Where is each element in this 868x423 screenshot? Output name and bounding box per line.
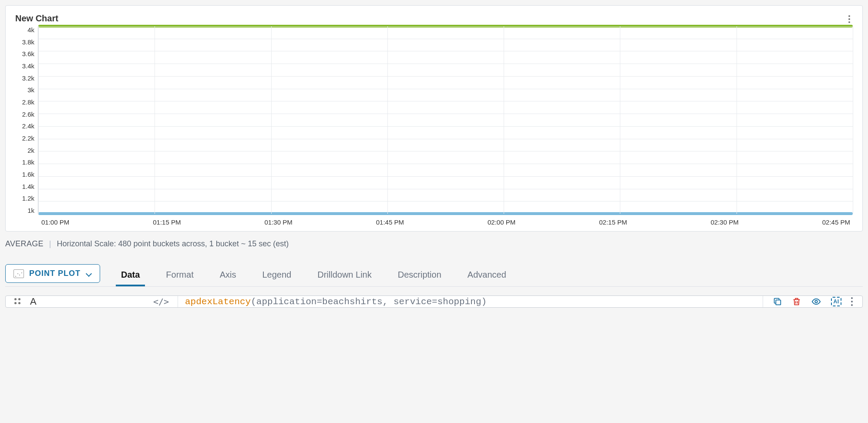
chart-menu-kebab-icon[interactable] — [848, 15, 850, 23]
query-args: (application=beachshirts, service=shoppi… — [251, 297, 487, 307]
y-tick-label: 1.6k — [15, 171, 34, 178]
summarization-label[interactable]: AVERAGE — [5, 239, 44, 248]
drag-handle[interactable] — [6, 296, 30, 307]
vgrid-line — [271, 26, 272, 214]
y-tick-label: 1.4k — [15, 183, 34, 190]
plot-type-label: POINT PLOT — [29, 269, 81, 278]
drag-handle-icon — [14, 298, 21, 305]
y-tick-label: 1k — [15, 207, 34, 214]
svg-rect-0 — [776, 300, 781, 305]
x-tick-label: 01:30 PM — [265, 218, 293, 226]
hgrid-line — [38, 214, 853, 214]
hgrid-line — [38, 76, 853, 77]
ai-assist-button[interactable]: AI — [831, 297, 841, 306]
tab-drilldown-link[interactable]: Drilldown Link — [304, 265, 385, 286]
y-tick-label: 3.2k — [15, 74, 34, 82]
y-axis: 4k3.8k3.6k3.4k3.2k3k2.8k2.6k2.4k2.2k2k1.… — [15, 26, 38, 214]
y-tick-label: 2.4k — [15, 122, 34, 130]
query-series-label[interactable]: A — [30, 296, 37, 307]
x-axis: 01:00 PM01:15 PM01:30 PM01:45 PM02:00 PM… — [15, 218, 853, 226]
tabs: DataFormatAxisLegendDrilldown LinkDescri… — [108, 265, 863, 286]
hgrid-line — [38, 101, 853, 101]
x-tick-label: 01:45 PM — [376, 218, 404, 226]
tab-format[interactable]: Format — [153, 265, 206, 286]
tab-description[interactable]: Description — [385, 265, 454, 286]
hgrid-line — [38, 151, 853, 151]
hgrid-line — [38, 114, 853, 114]
hgrid-line — [38, 189, 853, 189]
chart-card: New Chart 4k3.8k3.6k3.4k3.2k3k2.8k2.6k2.… — [5, 5, 863, 232]
y-tick-label: 2.8k — [15, 98, 34, 106]
code-toggle-icon[interactable]: </> — [153, 296, 169, 307]
hgrid-line — [38, 126, 853, 127]
y-tick-label: 3.8k — [15, 38, 34, 46]
query-menu-kebab-icon[interactable] — [851, 297, 853, 306]
controls-row: POINT PLOT DataFormatAxisLegendDrilldown… — [5, 264, 863, 287]
y-tick-label: 3.6k — [15, 50, 34, 57]
ai-badge-label: AI — [831, 297, 841, 306]
point-plot-icon — [13, 269, 24, 278]
y-tick-label: 2k — [15, 147, 34, 154]
tab-advanced[interactable]: Advanced — [454, 265, 519, 286]
x-tick-label: 01:00 PM — [41, 218, 69, 226]
x-tick-label: 02:45 PM — [822, 218, 850, 226]
x-tick-label: 02:30 PM — [711, 218, 739, 226]
hgrid-line — [38, 26, 853, 27]
hgrid-line — [38, 164, 853, 164]
vgrid-line — [155, 26, 155, 214]
clone-query-icon[interactable] — [773, 297, 782, 306]
query-function-name: apdexLatency — [185, 297, 251, 307]
query-editor[interactable]: apdexLatency(application=beachshirts, se… — [178, 296, 763, 307]
plot-area: 4k3.8k3.6k3.4k3.2k3k2.8k2.6k2.4k2.2k2k1.… — [15, 26, 853, 214]
svg-point-1 — [815, 300, 818, 303]
delete-query-icon[interactable] — [792, 297, 801, 306]
hgrid-line — [38, 201, 853, 201]
hgrid-line — [38, 39, 853, 39]
x-tick-label: 02:00 PM — [488, 218, 515, 226]
toggle-visibility-icon[interactable] — [811, 297, 821, 306]
vgrid-line — [853, 26, 853, 214]
vgrid-line — [38, 26, 39, 214]
vgrid-line — [620, 26, 620, 214]
y-tick-label: 1.8k — [15, 158, 34, 166]
chevron-down-icon — [86, 271, 92, 277]
plot-canvas[interactable] — [38, 26, 853, 214]
status-divider: | — [49, 239, 51, 248]
tab-legend[interactable]: Legend — [249, 265, 305, 286]
hgrid-line — [38, 89, 853, 89]
status-bar: AVERAGE | Horizontal Scale: 480 point bu… — [5, 239, 863, 248]
y-tick-label: 2.6k — [15, 111, 34, 118]
tab-axis[interactable]: Axis — [207, 265, 249, 286]
chart-title: New Chart — [15, 13, 853, 24]
hgrid-line — [38, 51, 853, 51]
hgrid-line — [38, 139, 853, 139]
hgrid-line — [38, 176, 853, 177]
y-tick-label: 2.2k — [15, 134, 34, 142]
horizontal-scale-text: Horizontal Scale: 480 point buckets acro… — [57, 239, 289, 248]
y-tick-label: 1.2k — [15, 195, 34, 202]
plot-type-dropdown[interactable]: POINT PLOT — [5, 264, 100, 283]
vgrid-line — [504, 26, 504, 214]
y-tick-label: 3k — [15, 86, 34, 94]
tab-data[interactable]: Data — [108, 265, 153, 286]
vgrid-line — [737, 26, 737, 214]
vgrid-line — [387, 26, 388, 214]
query-actions: AI — [763, 296, 862, 307]
x-tick-label: 02:15 PM — [599, 218, 627, 226]
y-tick-label: 4k — [15, 26, 34, 34]
x-tick-label: 01:15 PM — [153, 218, 181, 226]
query-label-cell: A </> — [30, 296, 178, 307]
query-row: A </> apdexLatency(application=beachshir… — [5, 295, 863, 308]
hgrid-line — [38, 64, 853, 64]
y-tick-label: 3.4k — [15, 62, 34, 70]
